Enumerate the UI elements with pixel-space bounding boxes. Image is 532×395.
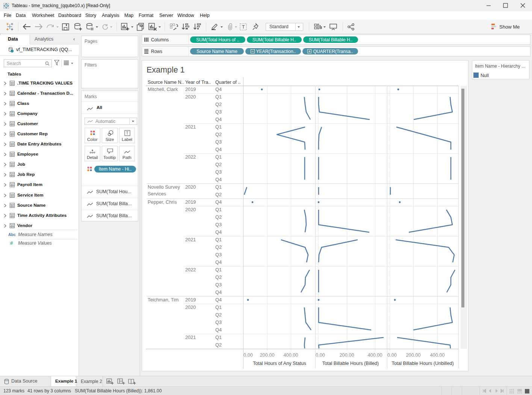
svg-text:0.00: 0.00 bbox=[316, 352, 325, 358]
svg-text:Q4: Q4 bbox=[215, 327, 222, 333]
svg-text:T: T bbox=[126, 131, 128, 135]
svg-text:Total Billable Hours (Billed): Total Billable Hours (Billed) bbox=[322, 361, 379, 366]
svg-text:Year of Tra..: Year of Tra.. bbox=[185, 80, 211, 85]
svg-text:400.00: 400.00 bbox=[430, 352, 444, 358]
svg-text:Q1: Q1 bbox=[215, 184, 222, 190]
svg-text:Q3: Q3 bbox=[215, 252, 222, 257]
svg-text:Mitchell, Clark: Mitchell, Clark bbox=[148, 86, 178, 92]
svg-text:Quarter of ..: Quarter of .. bbox=[215, 80, 240, 85]
svg-text:Q2: Q2 bbox=[215, 132, 222, 137]
svg-text:Q1: Q1 bbox=[215, 237, 222, 242]
svg-text:Q3: Q3 bbox=[215, 319, 222, 325]
svg-text:Services: Services bbox=[148, 191, 166, 197]
svg-text:Source Name N..: Source Name N.. bbox=[148, 80, 184, 85]
svg-text:Q2: Q2 bbox=[215, 162, 222, 167]
svg-text:2021: 2021 bbox=[185, 237, 196, 242]
svg-text:2019: 2019 bbox=[185, 86, 196, 92]
svg-text:Q2: Q2 bbox=[215, 192, 222, 197]
svg-text:Example 1: Example 1 bbox=[147, 65, 185, 74]
svg-text:Q4: Q4 bbox=[215, 117, 222, 122]
svg-text:Q3: Q3 bbox=[215, 139, 222, 145]
svg-text:Q3: Q3 bbox=[215, 282, 222, 288]
svg-text:Q4: Q4 bbox=[215, 177, 222, 182]
svg-text:Q4: Q4 bbox=[215, 199, 222, 205]
svg-text:Q1: Q1 bbox=[215, 124, 222, 130]
svg-text:Q3: Q3 bbox=[215, 109, 222, 115]
svg-text:Q1: Q1 bbox=[215, 94, 222, 100]
svg-text:2021: 2021 bbox=[185, 334, 196, 340]
svg-text:0.00: 0.00 bbox=[243, 352, 253, 358]
svg-text:2020: 2020 bbox=[185, 94, 196, 100]
svg-text:2020: 2020 bbox=[185, 207, 196, 212]
svg-text:Q2: Q2 bbox=[215, 312, 222, 318]
svg-text:2019: 2019 bbox=[185, 297, 196, 303]
svg-text:Q3: Q3 bbox=[215, 222, 222, 227]
svg-text:2022: 2022 bbox=[185, 267, 196, 272]
svg-text:2019: 2019 bbox=[185, 199, 196, 205]
svg-text:Q2: Q2 bbox=[215, 214, 222, 220]
svg-text:400.00: 400.00 bbox=[283, 352, 298, 358]
svg-text:2021: 2021 bbox=[185, 124, 196, 130]
svg-text:2020: 2020 bbox=[185, 184, 196, 190]
svg-text:Q4: Q4 bbox=[215, 229, 222, 235]
svg-text:Novello Survey: Novello Survey bbox=[148, 184, 180, 190]
svg-text:Q4: Q4 bbox=[215, 86, 222, 92]
svg-text:Q4: Q4 bbox=[215, 259, 222, 265]
svg-text:Pepper, Chris: Pepper, Chris bbox=[148, 199, 177, 205]
svg-text:Q1: Q1 bbox=[215, 267, 222, 272]
svg-text:200.00: 200.00 bbox=[406, 352, 420, 358]
svg-text:200.00: 200.00 bbox=[260, 352, 274, 358]
svg-text:200.00: 200.00 bbox=[339, 352, 354, 358]
svg-text:400.00: 400.00 bbox=[367, 352, 382, 358]
svg-text:Q2: Q2 bbox=[215, 101, 222, 107]
svg-text:Q2: Q2 bbox=[215, 342, 222, 348]
svg-text:Total Billable Hours (Unbilled: Total Billable Hours (Unbilled) bbox=[391, 361, 453, 366]
svg-text:T: T bbox=[242, 24, 245, 30]
svg-text:Q1: Q1 bbox=[215, 207, 222, 212]
svg-text:0.00: 0.00 bbox=[387, 352, 397, 358]
svg-text:Q4: Q4 bbox=[215, 289, 222, 295]
svg-text:Q1: Q1 bbox=[215, 334, 222, 340]
svg-text:Q1: Q1 bbox=[215, 304, 222, 310]
svg-text:Q2: Q2 bbox=[215, 274, 222, 280]
svg-text:Total Hours of Any Status: Total Hours of Any Status bbox=[253, 361, 306, 366]
svg-text:Q4: Q4 bbox=[215, 147, 222, 152]
svg-text:2022: 2022 bbox=[185, 154, 196, 160]
svg-text:Q3: Q3 bbox=[215, 169, 222, 175]
svg-text:Q1: Q1 bbox=[215, 154, 222, 160]
svg-text:2020: 2020 bbox=[185, 304, 196, 310]
svg-text:Q2: Q2 bbox=[215, 244, 222, 250]
svg-text:Q4: Q4 bbox=[215, 297, 222, 303]
svg-text:Teichman, Tim: Teichman, Tim bbox=[148, 297, 179, 303]
